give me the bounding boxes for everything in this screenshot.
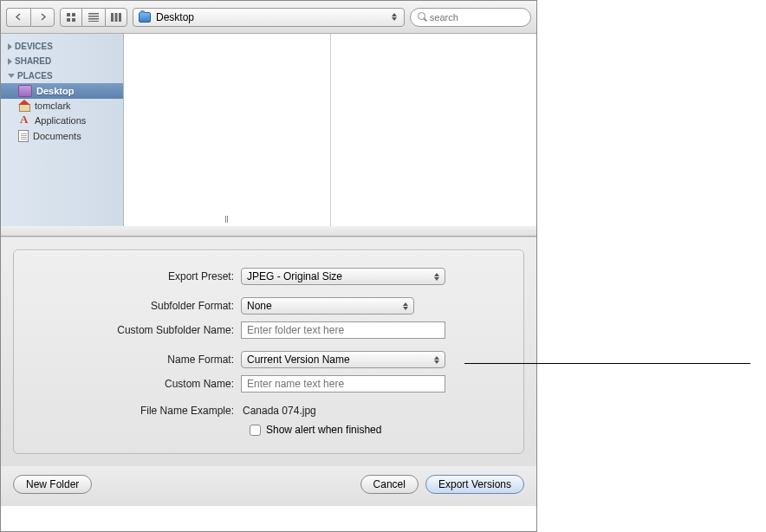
sidebar-section-devices[interactable]: DEVICES xyxy=(1,39,123,54)
popup-arrows-icon xyxy=(434,356,439,364)
sidebar-item-home[interactable]: tomclark xyxy=(1,99,123,113)
disclosure-right-icon xyxy=(8,43,12,50)
svg-rect-8 xyxy=(111,13,114,22)
sidebar: DEVICES SHARED PLACES Desktop tomclark A… xyxy=(1,34,124,226)
export-options-panel: Export Preset: JPEG - Original Size Subf… xyxy=(1,237,536,466)
show-alert-label: Show alert when finished xyxy=(266,424,381,436)
sidebar-section-shared[interactable]: SHARED xyxy=(1,54,123,68)
search-field[interactable] xyxy=(410,8,531,27)
home-icon xyxy=(18,101,30,111)
custom-name-label: Custom Name: xyxy=(31,378,241,390)
subfolder-format-popup[interactable]: None xyxy=(241,297,414,315)
folder-icon xyxy=(139,12,151,23)
popup-arrows-icon xyxy=(403,302,408,310)
select-value: Current Version Name xyxy=(247,354,350,366)
popup-arrows-icon xyxy=(390,13,399,21)
sidebar-item-label: Desktop xyxy=(36,86,74,96)
show-alert-checkbox[interactable] xyxy=(250,425,261,436)
custom-subfolder-label: Custom Subfolder Name: xyxy=(31,324,241,336)
icon-view-button[interactable] xyxy=(60,8,82,27)
svg-rect-9 xyxy=(115,13,118,22)
sidebar-item-documents[interactable]: Documents xyxy=(1,128,123,144)
svg-rect-0 xyxy=(67,13,70,16)
location-popup[interactable]: Desktop xyxy=(133,8,405,27)
section-label: DEVICES xyxy=(15,42,53,51)
column-pane[interactable] xyxy=(124,34,331,226)
select-value: JPEG - Original Size xyxy=(247,270,342,282)
new-folder-button[interactable]: New Folder xyxy=(13,475,92,494)
cancel-button[interactable]: Cancel xyxy=(360,475,419,494)
search-icon xyxy=(418,12,426,22)
sidebar-item-label: tomclark xyxy=(35,101,71,111)
export-preset-popup[interactable]: JPEG - Original Size xyxy=(241,268,445,285)
search-input[interactable] xyxy=(430,12,523,23)
popup-arrows-icon xyxy=(434,273,439,281)
subfolder-format-label: Subfolder Format: xyxy=(31,300,241,312)
svg-rect-6 xyxy=(88,18,99,20)
column-pane[interactable] xyxy=(331,34,537,226)
select-value: None xyxy=(247,300,272,312)
export-dialog: Desktop DEVICES SHARED PLACES Deskt xyxy=(0,0,537,532)
toolbar: Desktop xyxy=(1,1,536,34)
options-group: Export Preset: JPEG - Original Size Subf… xyxy=(13,250,524,454)
forward-button[interactable] xyxy=(30,8,55,27)
sidebar-item-label: Documents xyxy=(33,131,81,141)
callout-line xyxy=(464,363,750,364)
svg-rect-10 xyxy=(119,13,121,22)
sidebar-section-places[interactable]: PLACES xyxy=(1,68,123,83)
svg-rect-2 xyxy=(67,18,70,22)
desktop-icon xyxy=(18,85,32,97)
section-label: PLACES xyxy=(17,71,53,81)
svg-rect-7 xyxy=(88,21,99,22)
svg-rect-5 xyxy=(88,16,99,17)
view-mode-buttons xyxy=(60,8,127,27)
disclosure-right-icon xyxy=(8,58,12,65)
svg-rect-4 xyxy=(88,13,99,15)
location-label: Desktop xyxy=(156,11,385,23)
sidebar-item-applications[interactable]: Applications xyxy=(1,113,123,128)
svg-rect-3 xyxy=(72,18,75,22)
resize-handle-icon[interactable] xyxy=(223,216,231,223)
horizontal-scrollbar[interactable] xyxy=(1,226,536,237)
section-label: SHARED xyxy=(15,56,51,66)
filename-example-value: Canada 074.jpg xyxy=(241,405,316,417)
custom-name-input[interactable] xyxy=(241,375,445,393)
dialog-button-bar: New Folder Cancel Export Versions xyxy=(1,466,536,506)
name-format-label: Name Format: xyxy=(31,354,241,366)
export-preset-label: Export Preset: xyxy=(31,270,241,282)
sidebar-item-label: Applications xyxy=(35,115,86,126)
name-format-popup[interactable]: Current Version Name xyxy=(241,351,445,368)
disclosure-down-icon xyxy=(8,74,15,78)
list-view-button[interactable] xyxy=(82,8,105,27)
back-button[interactable] xyxy=(6,8,30,27)
custom-subfolder-input[interactable] xyxy=(241,321,445,339)
svg-rect-1 xyxy=(72,13,75,16)
applications-icon xyxy=(18,114,30,127)
sidebar-item-desktop[interactable]: Desktop xyxy=(1,83,123,99)
column-browser xyxy=(124,34,536,226)
browser-body: DEVICES SHARED PLACES Desktop tomclark A… xyxy=(1,34,536,226)
filename-example-label: File Name Example: xyxy=(31,405,241,417)
column-view-button[interactable] xyxy=(105,8,127,27)
export-versions-button[interactable]: Export Versions xyxy=(425,475,524,494)
nav-buttons xyxy=(6,8,55,27)
documents-icon xyxy=(18,130,29,142)
